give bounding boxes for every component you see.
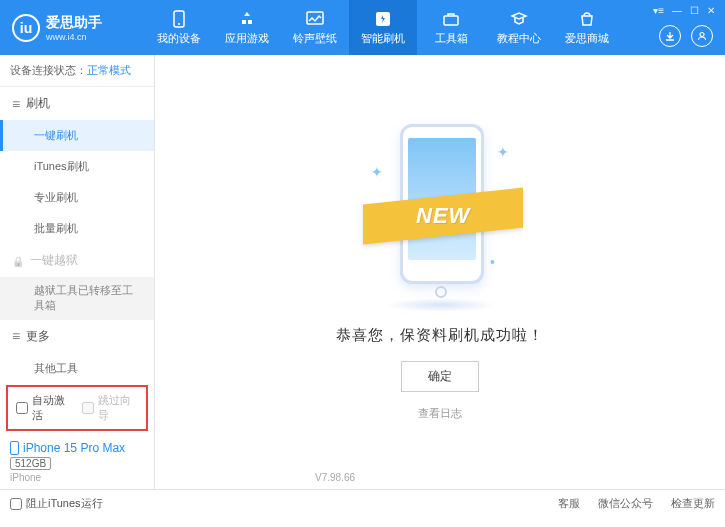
list-icon xyxy=(12,96,20,112)
nav-ringtone-wallpaper[interactable]: 铃声壁纸 xyxy=(281,0,349,55)
device-storage: 512GB xyxy=(10,457,51,470)
new-ribbon: NEW xyxy=(363,187,523,244)
app-logo-icon: iu xyxy=(12,14,40,42)
device-type: iPhone xyxy=(10,472,144,483)
skip-guide-checkbox[interactable]: 跳过向导 xyxy=(82,393,138,423)
maximize-icon[interactable]: ☐ xyxy=(690,5,699,16)
minimize-icon[interactable]: — xyxy=(672,5,682,16)
svg-point-1 xyxy=(178,23,180,25)
lock-icon xyxy=(12,254,24,268)
footer-update[interactable]: 检查更新 xyxy=(671,496,715,511)
main-content: ✦ ✦ • NEW 恭喜您，保资料刷机成功啦！ 确定 查看日志 V7.98.66 xyxy=(155,55,725,489)
store-icon xyxy=(577,10,597,28)
device-status: 设备连接状态：正常模式 xyxy=(0,55,154,87)
menu-pro-flash[interactable]: 专业刷机 xyxy=(0,182,154,213)
menu-itunes-flash[interactable]: iTunes刷机 xyxy=(0,151,154,182)
flash-icon xyxy=(373,10,393,28)
menu-jailbreak-header: 一键越狱 xyxy=(0,244,154,277)
app-site: www.i4.cn xyxy=(46,32,102,42)
device-info: iPhone 15 Pro Max 512GB iPhone xyxy=(0,435,154,489)
wallpaper-icon xyxy=(305,10,325,28)
logo-area: iu 爱思助手 www.i4.cn xyxy=(0,14,145,42)
svg-rect-4 xyxy=(444,16,458,25)
nav-store[interactable]: 爱思商城 xyxy=(553,0,621,55)
nav-apps-games[interactable]: 应用游戏 xyxy=(213,0,281,55)
window-controls: ▾≡ — ☐ ✕ xyxy=(653,5,715,16)
title-bar: iu 爱思助手 www.i4.cn 我的设备 应用游戏 铃声壁纸 智能刷机 工具… xyxy=(0,0,725,55)
footer-support[interactable]: 客服 xyxy=(558,496,580,511)
user-button[interactable] xyxy=(691,25,713,47)
menu-other-tools[interactable]: 其他工具 xyxy=(0,353,154,381)
footer: 阻止iTunes运行 客服 微信公众号 检查更新 xyxy=(0,489,725,517)
tutorial-icon xyxy=(509,10,529,28)
nav-tutorial[interactable]: 教程中心 xyxy=(485,0,553,55)
phone-icon xyxy=(10,441,19,455)
close-icon[interactable]: ✕ xyxy=(707,5,715,16)
ok-button[interactable]: 确定 xyxy=(401,361,479,392)
download-button[interactable] xyxy=(659,25,681,47)
apps-icon xyxy=(237,10,257,28)
menu-batch-flash[interactable]: 批量刷机 xyxy=(0,213,154,244)
app-name: 爱思助手 xyxy=(46,14,102,32)
toolbox-icon xyxy=(441,10,461,28)
options-highlight: 自动激活 跳过向导 xyxy=(6,385,148,431)
sidebar: 设备连接状态：正常模式 刷机 一键刷机 iTunes刷机 专业刷机 批量刷机 一… xyxy=(0,55,155,489)
device-name[interactable]: iPhone 15 Pro Max xyxy=(10,441,144,455)
success-message: 恭喜您，保资料刷机成功啦！ xyxy=(336,326,544,345)
menu-one-key-flash[interactable]: 一键刷机 xyxy=(0,120,154,151)
svg-point-5 xyxy=(700,33,704,37)
list-icon xyxy=(12,328,20,344)
auto-activate-checkbox[interactable]: 自动激活 xyxy=(16,393,72,423)
success-illustration: ✦ ✦ • NEW xyxy=(375,124,505,304)
footer-wechat[interactable]: 微信公众号 xyxy=(598,496,653,511)
device-icon xyxy=(169,10,189,28)
main-nav: 我的设备 应用游戏 铃声壁纸 智能刷机 工具箱 教程中心 爱思商城 xyxy=(145,0,621,55)
version-label: V7.98.66 xyxy=(315,472,355,483)
nav-toolbox[interactable]: 工具箱 xyxy=(417,0,485,55)
nav-my-device[interactable]: 我的设备 xyxy=(145,0,213,55)
menu-flash-header[interactable]: 刷机 xyxy=(0,87,154,120)
view-log-link[interactable]: 查看日志 xyxy=(418,406,462,421)
nav-smart-flash[interactable]: 智能刷机 xyxy=(349,0,417,55)
jailbreak-note: 越狱工具已转移至工具箱 xyxy=(0,277,154,320)
block-itunes-checkbox[interactable]: 阻止iTunes运行 xyxy=(10,496,103,511)
menu-icon[interactable]: ▾≡ xyxy=(653,5,664,16)
menu-more-header[interactable]: 更多 xyxy=(0,320,154,353)
